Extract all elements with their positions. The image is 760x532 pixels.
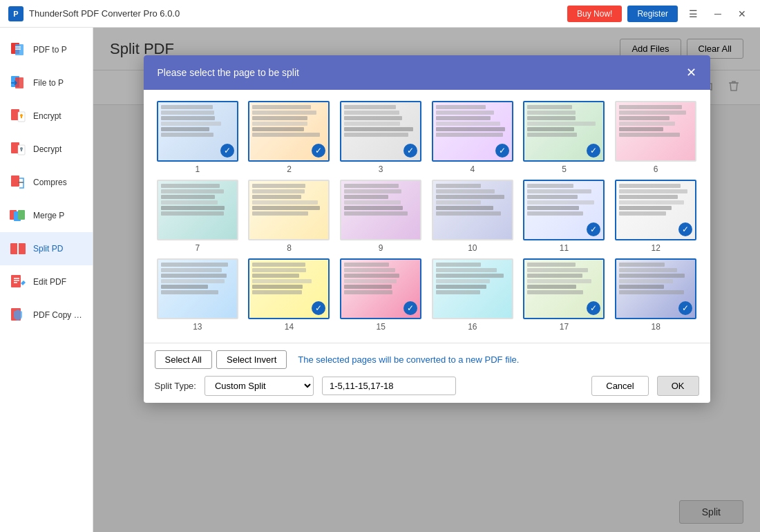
- select-invert-button[interactable]: Select Invert: [216, 350, 287, 369]
- thumbnail-number-2: 2: [287, 164, 292, 174]
- thumbnail-number-3: 3: [379, 164, 383, 174]
- thumbnail-image-16: [432, 258, 513, 319]
- thumbnail-number-11: 11: [560, 243, 569, 253]
- thumbnail-item-10[interactable]: 10: [429, 180, 515, 253]
- svg-rect-7: [21, 116, 22, 118]
- sidebar-item-decrypt[interactable]: Decrypt: [0, 133, 93, 166]
- ok-button[interactable]: OK: [657, 376, 699, 396]
- thumbnail-image-11: ✓: [523, 180, 605, 240]
- app-title: ThunderSoft PDF Converter Pro 6.0.0: [29, 8, 180, 19]
- sidebar-item-file-to-pdf[interactable]: File to P: [0, 66, 93, 99]
- thumbnail-item-12[interactable]: ✓12: [613, 180, 699, 253]
- thumbnail-image-15: ✓: [340, 258, 421, 319]
- sidebar-label-merge: Merge P: [33, 211, 64, 220]
- thumbnail-image-2: ✓: [248, 101, 330, 162]
- thumbnail-item-2[interactable]: ✓2: [246, 101, 332, 174]
- thumbnail-item-11[interactable]: ✓11: [521, 180, 607, 253]
- dialog-footer-top: Select All Select Invert The selected pa…: [155, 350, 699, 369]
- titlebar: P ThunderSoft PDF Converter Pro 6.0.0 Bu…: [0, 0, 760, 28]
- thumbnail-item-7[interactable]: 7: [155, 180, 241, 253]
- dialog-body: ✓1✓2✓3✓4✓5678910✓11✓1213✓14✓1516✓17✓18: [144, 90, 710, 343]
- thumbnails-grid: ✓1✓2✓3✓4✓5678910✓11✓1213✓14✓1516✓17✓18: [155, 101, 699, 332]
- menu-button[interactable]: ☰: [683, 6, 703, 22]
- thumbnail-number-10: 10: [468, 243, 477, 253]
- thumbnail-number-15: 15: [376, 322, 385, 332]
- thumbnail-item-1[interactable]: ✓1: [155, 101, 241, 174]
- close-button[interactable]: ✕: [732, 6, 752, 22]
- thumbnail-number-7: 7: [195, 243, 200, 253]
- thumbnail-image-5: ✓: [523, 101, 605, 162]
- sidebar-label-decrypt: Decrypt: [33, 144, 61, 154]
- thumbnail-image-12: ✓: [615, 180, 696, 240]
- thumbnail-item-15[interactable]: ✓15: [338, 258, 424, 332]
- file-to-pdf-icon: [8, 73, 28, 93]
- thumbnail-item-16[interactable]: 16: [429, 258, 515, 332]
- edit-icon: [8, 272, 28, 292]
- sidebar-label-pdf-to-file: PDF to P: [33, 45, 67, 55]
- encrypt-icon: [8, 106, 28, 126]
- dialog-header: Please select the page to be split ✕: [144, 55, 710, 90]
- dialog-overlay: Please select the page to be split ✕ ✓1✓…: [93, 28, 760, 532]
- split-icon: [8, 239, 28, 258]
- thumbnail-number-9: 9: [379, 243, 383, 253]
- sidebar-item-split[interactable]: Split PD: [0, 232, 93, 265]
- thumbnail-image-9: [340, 180, 421, 240]
- thumbnail-number-4: 4: [470, 164, 475, 174]
- thumbnail-number-8: 8: [287, 243, 292, 253]
- thumbnail-item-18[interactable]: ✓18: [613, 258, 699, 332]
- register-button[interactable]: Register: [627, 6, 678, 22]
- minimize-button[interactable]: ─: [709, 6, 727, 22]
- app-icon: P: [8, 6, 23, 21]
- content-area: Split PDF Add Files Clear All Action: [93, 28, 760, 532]
- thumbnail-item-5[interactable]: ✓5: [521, 101, 607, 174]
- sidebar-label-protect: PDF Copy Protect: [33, 310, 84, 320]
- thumb-checkmark-1: ✓: [220, 144, 234, 158]
- thumbnail-image-18: ✓: [615, 258, 696, 319]
- pdf-to-file-icon: [8, 40, 28, 59]
- thumbnail-item-6[interactable]: 6: [613, 101, 699, 174]
- sidebar-label-edit: Edit PDF: [33, 277, 66, 287]
- dialog-footer-bottom: Split Type: Custom Split Split Every N P…: [155, 376, 699, 396]
- thumbnail-item-14[interactable]: ✓14: [246, 258, 332, 332]
- svg-rect-1: [15, 44, 23, 55]
- thumbnail-image-14: ✓: [248, 258, 330, 319]
- thumbnail-number-13: 13: [193, 322, 202, 332]
- sidebar-item-compress[interactable]: Compres: [0, 166, 93, 199]
- thumbnail-number-5: 5: [562, 164, 567, 174]
- thumbnail-number-12: 12: [651, 243, 660, 253]
- thumbnail-item-4[interactable]: ✓4: [429, 101, 515, 174]
- merge-icon: [8, 206, 28, 225]
- main-layout: PDF to P File to P Encrypt Decrypt Compr…: [0, 28, 760, 532]
- thumbnail-image-3: ✓: [340, 101, 421, 162]
- cancel-button[interactable]: Cancel: [591, 376, 648, 396]
- sidebar-item-merge[interactable]: Merge P: [0, 199, 93, 232]
- dialog-footer: Select All Select Invert The selected pa…: [144, 343, 710, 403]
- thumbnail-number-17: 17: [560, 322, 569, 332]
- thumbnail-item-17[interactable]: ✓17: [521, 258, 607, 332]
- thumbnail-image-10: [432, 180, 513, 240]
- buy-now-button[interactable]: Buy Now!: [567, 6, 622, 22]
- sidebar-item-pdf-to-file[interactable]: PDF to P: [0, 33, 93, 66]
- dialog-close-button[interactable]: ✕: [686, 65, 696, 80]
- sidebar-item-encrypt[interactable]: Encrypt: [0, 99, 93, 133]
- select-all-button[interactable]: Select All: [155, 350, 212, 369]
- titlebar-left: P ThunderSoft PDF Converter Pro 6.0.0: [8, 6, 180, 21]
- svg-rect-18: [11, 275, 21, 287]
- thumbnail-image-6: [615, 101, 696, 162]
- thumbnail-item-13[interactable]: 13: [155, 258, 241, 332]
- thumbnail-item-8[interactable]: 8: [246, 180, 332, 253]
- thumbnail-item-9[interactable]: 9: [338, 180, 424, 253]
- thumbnail-image-13: [157, 258, 238, 319]
- split-pages-input[interactable]: [322, 377, 456, 395]
- decrypt-icon: [8, 140, 28, 159]
- thumbnail-item-3[interactable]: ✓3: [338, 101, 424, 174]
- svg-rect-12: [11, 175, 19, 187]
- protect-icon: [8, 305, 28, 325]
- split-type-select[interactable]: Custom Split Split Every N Pages Split b…: [205, 376, 314, 396]
- sidebar-item-edit[interactable]: Edit PDF: [0, 265, 93, 298]
- thumbnail-image-7: [157, 180, 238, 240]
- thumbnail-image-17: ✓: [523, 258, 605, 319]
- split-dialog: Please select the page to be split ✕ ✓1✓…: [144, 55, 710, 403]
- sidebar-item-protect[interactable]: PDF Copy Protect: [0, 298, 93, 332]
- thumbnail-number-6: 6: [654, 164, 658, 174]
